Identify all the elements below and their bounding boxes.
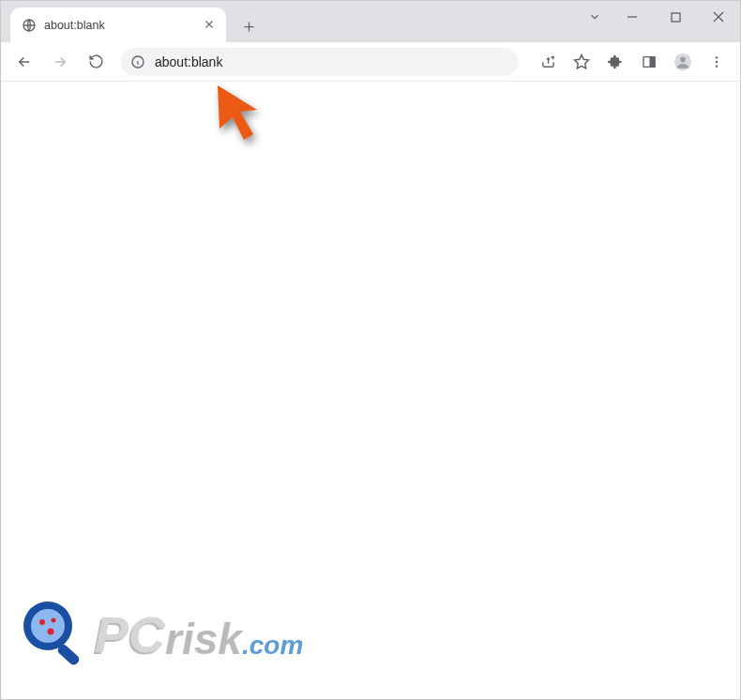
svg-text:PC: PC	[95, 606, 166, 662]
watermark-risk: risk	[165, 615, 244, 663]
forward-button[interactable]	[44, 46, 76, 78]
svg-point-14	[52, 618, 56, 623]
reload-button[interactable]	[80, 46, 112, 78]
svg-point-9	[716, 65, 718, 67]
toolbar: about:blank	[1, 42, 740, 82]
profile-button[interactable]	[667, 46, 699, 78]
browser-tab[interactable]: about:blank	[10, 8, 226, 42]
svg-point-7	[716, 56, 718, 58]
address-bar[interactable]: about:blank	[121, 48, 519, 76]
svg-point-13	[39, 619, 45, 625]
tab-title: about:blank	[44, 19, 196, 32]
svg-rect-1	[672, 13, 680, 22]
close-tab-button[interactable]	[204, 19, 217, 32]
svg-point-15	[48, 629, 54, 635]
window-controls	[611, 1, 740, 33]
extensions-button[interactable]	[599, 46, 631, 78]
close-window-button[interactable]	[697, 1, 740, 33]
back-button[interactable]	[8, 46, 40, 78]
svg-rect-4	[650, 56, 655, 67]
svg-point-8	[716, 60, 718, 62]
toolbar-right-icons	[532, 46, 733, 78]
title-bar: about:blank	[1, 1, 740, 42]
watermark-tld: .com	[242, 631, 303, 660]
sidepanel-button[interactable]	[633, 46, 665, 78]
tab-search-button[interactable]	[579, 1, 611, 33]
svg-rect-16	[56, 643, 82, 667]
globe-icon	[22, 18, 37, 33]
new-tab-button[interactable]	[235, 13, 262, 39]
address-url: about:blank	[155, 54, 509, 69]
svg-point-6	[680, 56, 686, 62]
share-button[interactable]	[532, 46, 564, 78]
bookmark-button[interactable]	[566, 46, 597, 78]
maximize-button[interactable]	[654, 1, 697, 33]
cursor-arrow-icon	[212, 82, 265, 142]
watermark-logo: PC risk .com PC	[20, 596, 310, 680]
minimize-button[interactable]	[611, 1, 654, 33]
site-info-icon[interactable]	[130, 54, 145, 69]
menu-button[interactable]	[701, 46, 733, 78]
